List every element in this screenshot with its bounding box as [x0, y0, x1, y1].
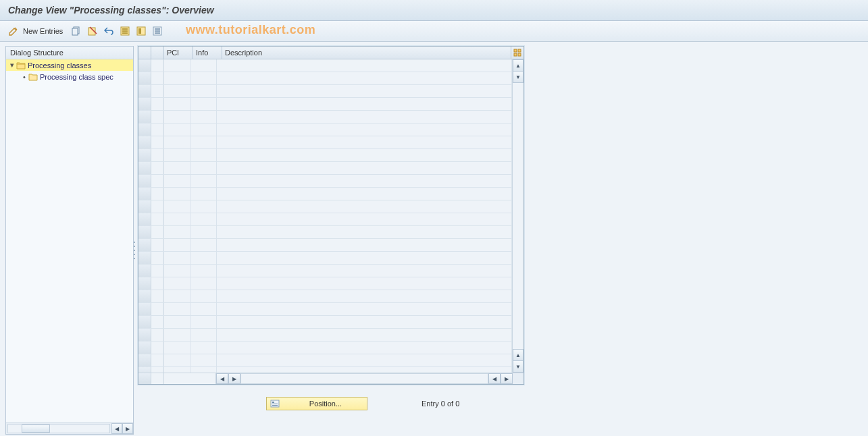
cell-pcl[interactable]	[164, 252, 190, 264]
cell-pcl[interactable]	[164, 98, 190, 110]
cell-description[interactable]	[217, 124, 512, 136]
row-selector[interactable]	[138, 303, 151, 315]
row-marker[interactable]	[151, 111, 164, 123]
cell-info[interactable]	[190, 188, 217, 200]
cell-description[interactable]	[217, 316, 512, 328]
cell-pcl[interactable]	[164, 303, 190, 315]
tree-node-processing-classes[interactable]: ▾ Processing classes	[6, 59, 133, 71]
scrollbar-track[interactable]	[513, 83, 524, 349]
row-selector[interactable]	[138, 213, 151, 225]
row-marker[interactable]	[151, 329, 164, 341]
row-selector[interactable]	[138, 226, 151, 238]
cell-info[interactable]	[190, 239, 217, 251]
table-row[interactable]	[138, 124, 512, 136]
scroll-up-icon[interactable]: ▲	[513, 59, 524, 72]
scrollbar-thumb[interactable]	[22, 425, 50, 433]
cell-pcl[interactable]	[164, 59, 190, 72]
table-row[interactable]	[138, 85, 512, 98]
cell-pcl[interactable]	[164, 175, 190, 187]
cell-info[interactable]	[190, 59, 217, 72]
cell-info[interactable]	[190, 85, 217, 97]
cell-pcl[interactable]	[164, 124, 190, 136]
grid-vertical-scrollbar[interactable]: ▲ ▼ ▲ ▼	[512, 59, 524, 373]
table-row[interactable]	[138, 200, 512, 213]
table-row[interactable]	[138, 367, 512, 373]
cell-info[interactable]	[190, 342, 217, 354]
row-selector[interactable]	[138, 85, 151, 97]
cell-description[interactable]	[217, 290, 512, 302]
row-selector[interactable]	[138, 200, 151, 213]
cell-pcl[interactable]	[164, 149, 190, 161]
table-row[interactable]	[138, 175, 512, 188]
table-row[interactable]	[138, 252, 512, 265]
select-block-icon[interactable]	[134, 25, 148, 37]
cell-description[interactable]	[217, 252, 512, 264]
cell-info[interactable]	[190, 354, 217, 366]
row-selector[interactable]	[138, 265, 151, 277]
cell-info[interactable]	[190, 149, 217, 161]
row-marker[interactable]	[151, 252, 164, 264]
scrollbar-track[interactable]	[7, 424, 110, 433]
table-row[interactable]	[138, 136, 512, 149]
cell-info[interactable]	[190, 136, 217, 148]
cell-pcl[interactable]	[164, 277, 190, 290]
scroll-left-step-icon[interactable]: ◀	[488, 373, 501, 384]
grid-corner-cell[interactable]	[138, 47, 151, 59]
position-button[interactable]: Position...	[266, 397, 367, 410]
scroll-down-icon[interactable]: ▼	[513, 361, 524, 373]
row-marker[interactable]	[151, 226, 164, 238]
scroll-left-icon[interactable]: ◀	[216, 373, 228, 384]
row-marker[interactable]	[151, 136, 164, 148]
row-marker[interactable]	[151, 85, 164, 97]
cell-info[interactable]	[190, 290, 217, 302]
cell-info[interactable]	[190, 265, 217, 277]
table-row[interactable]	[138, 265, 512, 277]
panel-resize-handle[interactable]	[132, 240, 136, 261]
delete-icon[interactable]	[86, 25, 99, 37]
row-marker[interactable]	[151, 162, 164, 174]
new-entries-button[interactable]: New Entries	[23, 27, 63, 35]
table-row[interactable]	[138, 98, 512, 111]
row-selector[interactable]	[138, 252, 151, 264]
row-marker[interactable]	[151, 303, 164, 315]
cell-description[interactable]	[217, 329, 512, 341]
scroll-up-step-icon[interactable]: ▲	[513, 349, 524, 361]
cell-pcl[interactable]	[164, 342, 190, 354]
row-marker[interactable]	[151, 200, 164, 213]
row-marker[interactable]	[151, 124, 164, 136]
table-row[interactable]	[138, 213, 512, 226]
row-marker[interactable]	[151, 265, 164, 277]
grid-horizontal-scrollbar[interactable]: ◀ ▶ ◀ ▶	[138, 373, 524, 384]
cell-info[interactable]	[190, 111, 217, 123]
cell-description[interactable]	[217, 85, 512, 97]
row-selector[interactable]	[138, 316, 151, 328]
cell-info[interactable]	[190, 175, 217, 187]
scroll-right-step-icon[interactable]: ▶	[228, 373, 240, 384]
column-header-description[interactable]: Description	[222, 47, 511, 59]
row-selector[interactable]	[138, 290, 151, 302]
row-selector[interactable]	[138, 354, 151, 366]
row-selector[interactable]	[138, 111, 151, 123]
table-row[interactable]	[138, 316, 512, 329]
row-marker[interactable]	[151, 59, 164, 72]
cell-pcl[interactable]	[164, 226, 190, 238]
cell-pcl[interactable]	[164, 367, 190, 373]
row-selector[interactable]	[138, 277, 151, 290]
cell-description[interactable]	[217, 239, 512, 251]
grid-select-all-header[interactable]	[151, 47, 164, 59]
cell-info[interactable]	[190, 200, 217, 213]
cell-pcl[interactable]	[164, 162, 190, 174]
row-marker[interactable]	[151, 188, 164, 200]
deselect-all-icon[interactable]	[151, 25, 164, 37]
cell-description[interactable]	[217, 149, 512, 161]
row-selector[interactable]	[138, 136, 151, 148]
row-selector[interactable]	[138, 175, 151, 187]
table-row[interactable]	[138, 111, 512, 124]
cell-info[interactable]	[190, 98, 217, 110]
cell-description[interactable]	[217, 98, 512, 110]
cell-pcl[interactable]	[164, 188, 190, 200]
cell-description[interactable]	[217, 188, 512, 200]
table-row[interactable]	[138, 277, 512, 290]
cell-pcl[interactable]	[164, 85, 190, 97]
cell-info[interactable]	[190, 303, 217, 315]
